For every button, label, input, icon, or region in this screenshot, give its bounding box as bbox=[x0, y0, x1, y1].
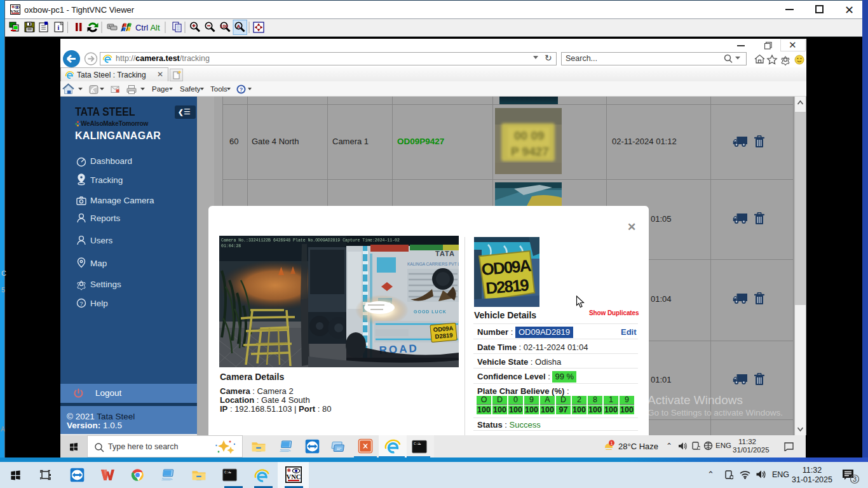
svg-text:?: ? bbox=[240, 86, 243, 93]
svg-text:100: 100 bbox=[220, 24, 228, 29]
svg-text:P 9427: P 9427 bbox=[511, 145, 549, 158]
svg-text:KALINGA CARRIERS PVT LTD: KALINGA CARRIERS PVT LTD bbox=[407, 262, 459, 266]
svg-text:D2819: D2819 bbox=[485, 275, 530, 298]
svg-text:TATA: TATA bbox=[435, 250, 455, 257]
svg-text:Ctrl: Ctrl bbox=[135, 23, 148, 32]
svg-text:?: ? bbox=[79, 301, 83, 307]
svg-text:GOOD LUCK: GOOD LUCK bbox=[414, 309, 447, 314]
svg-text:Alt: Alt bbox=[150, 23, 160, 32]
svg-text:1: 1 bbox=[611, 441, 613, 445]
svg-text:Camera No.:33241122B 6426948 P: Camera No.:33241122B 6426948 Plate No.OD… bbox=[221, 238, 400, 243]
svg-text:00 09: 00 09 bbox=[514, 129, 545, 142]
svg-text:01:04:28: 01:04:28 bbox=[221, 244, 241, 248]
svg-text:A: A bbox=[237, 24, 241, 29]
svg-text:i: i bbox=[58, 24, 60, 31]
svg-text:3: 3 bbox=[853, 475, 857, 483]
